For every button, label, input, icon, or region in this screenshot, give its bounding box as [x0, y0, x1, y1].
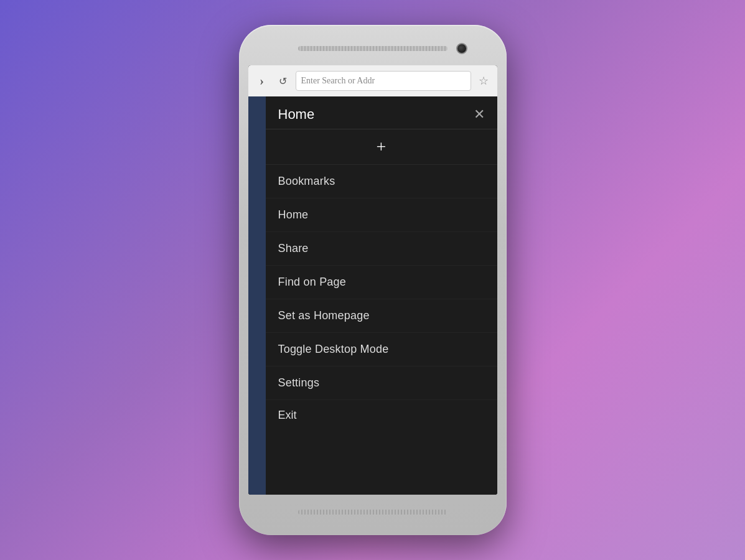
address-bar-text: Enter Search or Addr: [301, 76, 375, 86]
menu-items-list: Bookmarks Home Share Find on Page Set as…: [266, 165, 497, 495]
phone-screen: › ↺ Enter Search or Addr ☆ Home ✕: [248, 65, 497, 495]
menu-header: Home ✕: [266, 96, 497, 129]
menu-overlay: Home ✕ + Bookmarks Home Share Find on Pa…: [248, 96, 497, 495]
menu-title: Home: [278, 106, 315, 123]
menu-item-bookmarks[interactable]: Bookmarks: [266, 165, 497, 198]
browser-back-button[interactable]: ›: [253, 72, 271, 90]
menu-panel: Home ✕ + Bookmarks Home Share Find on Pa…: [266, 96, 497, 495]
bottom-speaker: [298, 510, 447, 515]
phone-bottom-bar: [244, 495, 502, 529]
plus-icon: +: [377, 138, 387, 156]
front-camera: [456, 43, 467, 54]
menu-item-set-as-homepage[interactable]: Set as Homepage: [266, 299, 497, 333]
screen-content: Home ✕ + Bookmarks Home Share Find on Pa…: [248, 96, 497, 495]
menu-item-find-on-page[interactable]: Find on Page: [266, 266, 497, 299]
menu-item-home[interactable]: Home: [266, 198, 497, 232]
phone-top-bar: [244, 31, 502, 65]
bookmark-button[interactable]: ☆: [475, 72, 492, 90]
menu-item-toggle-desktop-mode[interactable]: Toggle Desktop Mode: [266, 333, 497, 366]
browser-reload-button[interactable]: ↺: [274, 72, 292, 90]
top-speaker: [298, 46, 447, 51]
address-bar[interactable]: Enter Search or Addr: [296, 71, 471, 91]
phone-device: › ↺ Enter Search or Addr ☆ Home ✕: [239, 25, 507, 535]
menu-close-button[interactable]: ✕: [474, 108, 485, 121]
browser-toolbar: › ↺ Enter Search or Addr ☆: [248, 65, 497, 96]
menu-item-exit[interactable]: Exit: [266, 400, 497, 419]
new-tab-button[interactable]: +: [266, 129, 497, 165]
content-strip: [248, 96, 266, 495]
menu-item-settings[interactable]: Settings: [266, 366, 497, 400]
menu-item-share[interactable]: Share: [266, 232, 497, 266]
